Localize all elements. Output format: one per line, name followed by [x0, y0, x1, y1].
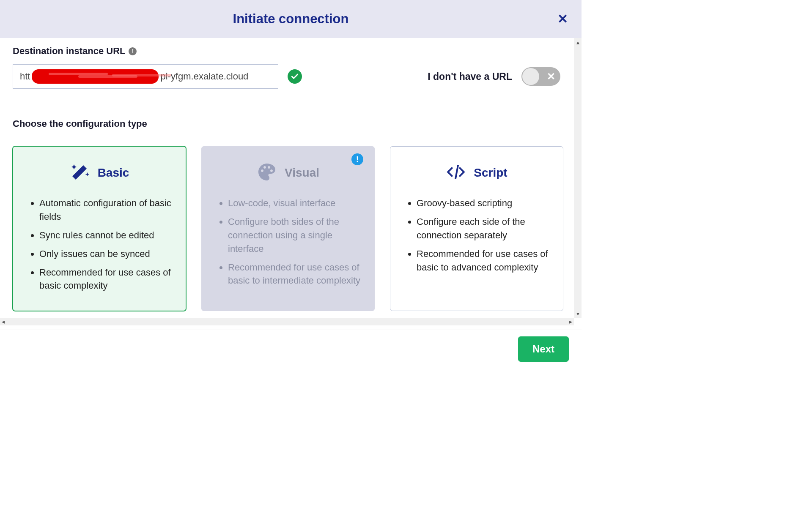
- config-card-basic[interactable]: Basic Automatic configuration of basic f…: [13, 146, 186, 311]
- vertical-scrollbar[interactable]: ▴ ▾: [574, 38, 582, 318]
- url-suffix: pl-yfgm.exalate.cloud: [160, 71, 248, 82]
- toggle-off-x-icon: ✕: [547, 71, 555, 82]
- next-button[interactable]: Next: [518, 336, 569, 362]
- palette-icon: [257, 162, 277, 184]
- close-icon[interactable]: ✕: [557, 13, 568, 25]
- list-item: Configure each side of the connection se…: [417, 215, 550, 242]
- card-header-script: Script: [403, 162, 550, 184]
- configuration-type-label: Choose the configuration type: [13, 118, 569, 129]
- card-bullets-visual: Low-code, visual interface Configure bot…: [214, 197, 362, 287]
- list-item: Low-code, visual interface: [228, 197, 362, 210]
- chevron-right-icon[interactable]: ▸: [568, 317, 574, 326]
- config-card-script[interactable]: Script Groovy-based scripting Configure …: [390, 146, 563, 311]
- destination-url-input[interactable]: htt pl-yfgm.exalate.cloud: [13, 64, 278, 89]
- info-icon[interactable]: !: [129, 47, 137, 55]
- config-card-visual[interactable]: ! Visual Low-code, visual interface Conf…: [201, 146, 375, 311]
- chevron-left-icon[interactable]: ◂: [0, 317, 6, 326]
- list-item: Groovy-based scripting: [417, 197, 550, 210]
- list-item: Recommended for use cases of basic to ad…: [417, 247, 550, 274]
- card-header-basic: Basic: [26, 162, 173, 184]
- configuration-cards: Basic Automatic configuration of basic f…: [13, 146, 569, 311]
- url-row: htt pl-yfgm.exalate.cloud I don't have a…: [13, 64, 569, 89]
- list-item: Only issues can be synced: [39, 247, 173, 261]
- wand-icon: [70, 162, 90, 184]
- redacted-segment: [32, 69, 159, 84]
- url-prefix: htt: [20, 71, 30, 82]
- no-url-toggle[interactable]: ✕: [521, 67, 560, 86]
- chevron-up-icon[interactable]: ▴: [575, 38, 581, 46]
- list-item: Sync rules cannot be edited: [39, 229, 173, 242]
- chevron-down-icon[interactable]: ▾: [575, 309, 581, 318]
- destination-url-label: Destination instance URL !: [13, 46, 569, 57]
- modal-title: Initiate connection: [233, 11, 349, 27]
- horizontal-scrollbar[interactable]: ◂ ▸: [0, 318, 574, 325]
- url-valid-check-icon: [288, 69, 302, 84]
- card-title-visual: Visual: [285, 166, 319, 180]
- modal-header: Initiate connection ✕: [0, 0, 582, 38]
- destination-url-label-text: Destination instance URL: [13, 46, 125, 57]
- list-item: Recommended for use cases of basic compl…: [39, 266, 173, 293]
- list-item: Configure both sides of the connection u…: [228, 215, 362, 256]
- toggle-knob: [522, 68, 539, 85]
- modal-footer: Next: [0, 330, 582, 368]
- code-icon: [446, 162, 466, 184]
- card-bullets-script: Groovy-based scripting Configure each si…: [403, 197, 550, 274]
- list-item: Recommended for use cases of basic to in…: [228, 261, 362, 288]
- info-badge-icon[interactable]: !: [351, 153, 363, 165]
- card-title-basic: Basic: [98, 166, 129, 180]
- no-url-group: I don't have a URL ✕: [428, 67, 569, 86]
- list-item: Automatic configuration of basic fields: [39, 197, 173, 224]
- card-title-script: Script: [474, 166, 507, 180]
- configuration-type-label-text: Choose the configuration type: [13, 118, 147, 129]
- initiate-connection-modal: Initiate connection ✕ Destination instan…: [0, 0, 582, 368]
- no-url-label: I don't have a URL: [428, 71, 512, 82]
- card-header-visual: Visual: [214, 162, 362, 184]
- card-bullets-basic: Automatic configuration of basic fields …: [26, 197, 173, 292]
